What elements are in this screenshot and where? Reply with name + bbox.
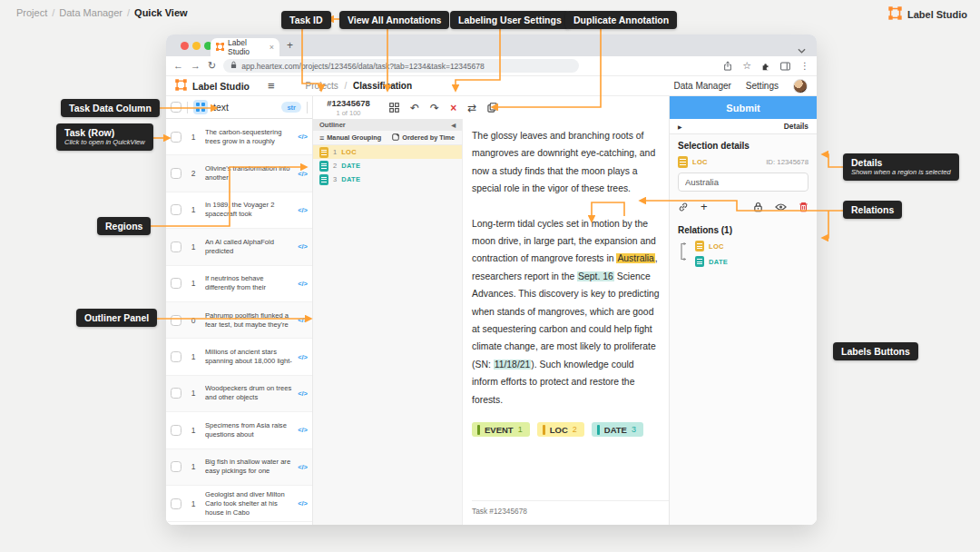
selected-region-row[interactable]: LOC ID: 12345678 [678,156,808,168]
selection-details-title: Selection details [678,141,808,151]
reload-icon[interactable]: ↻ [208,61,216,71]
breadcrumb-project[interactable]: Project [16,7,47,18]
table-row[interactable]: 1Woodpeckers drum on trees and other obj… [166,376,312,412]
label-button-event[interactable]: EVENT1 [472,422,530,437]
task-id-display: #12345678 1 of 100 [313,98,384,117]
table-row[interactable]: 1Millions of ancient stars spanning abou… [166,339,312,375]
table-row[interactable]: 1In 1989, the Voyager 2 spacecraft took<… [166,192,312,229]
nav-settings[interactable]: Settings [746,81,779,91]
breadcrumb-quick-view: Quick View [134,7,188,18]
chevron-down-icon[interactable] [798,41,806,57]
row-checkbox[interactable] [171,278,181,289]
row-code-icon[interactable]: </> [293,316,308,324]
browser-titlebar: Label Studio × + [166,34,817,56]
expand-details-icon[interactable]: ▶ [678,123,682,130]
forward-icon[interactable]: → [191,61,201,71]
annotated-region-date[interactable]: 11/18/21 [494,360,532,370]
collapse-panel-icon[interactable]: ◀ [451,122,456,128]
minimize-window-button[interactable] [192,42,201,50]
label-name: EVENT [485,425,514,435]
kebab-menu-icon[interactable]: ⋮ [800,61,809,71]
select-all-checkbox[interactable] [171,102,181,113]
row-code-icon[interactable]: </> [293,463,308,471]
table-row[interactable]: 1The carbon-sequestering trees grow in a… [166,119,312,155]
annotated-region-loc[interactable]: Australia [616,253,654,263]
outliner-region[interactable]: 3DATE [313,172,462,186]
row-checkbox[interactable] [171,168,181,179]
hamburger-menu-icon[interactable]: ≡ [268,79,275,93]
label-name: LOC [550,425,568,435]
row-checkbox[interactable] [171,351,181,362]
row-checkbox[interactable] [171,498,181,509]
row-code-icon[interactable]: </> [293,206,308,214]
delete-trash-icon[interactable] [799,202,808,212]
relation-to[interactable]: DATE [695,256,728,267]
row-code-icon[interactable]: </> [293,133,308,141]
url-field[interactable]: app.heartex.com/projects/123456/data/tas… [223,59,579,73]
app-breadcrumb-projects[interactable]: Projects [306,81,338,91]
link-icon[interactable] [678,202,689,212]
row-code-icon[interactable]: </> [293,389,308,398]
table-row[interactable]: 1Geologist and diver Milton Carlo took s… [166,486,312,522]
undo-icon[interactable]: ↶ [410,103,419,113]
table-row[interactable]: 0Pahrump poolfish flunked a fear test, b… [166,302,312,339]
grouping-selector[interactable]: ≡Manual Grouping [319,133,381,143]
submit-button[interactable]: Submit [670,96,817,119]
row-code-icon[interactable]: </> [293,426,308,434]
task-data-column-icon[interactable] [193,100,208,114]
table-row[interactable]: 1If neutrinos behave differently from th… [166,266,312,302]
row-code-icon[interactable]: </> [293,242,308,251]
outliner-region[interactable]: 1LOC [313,145,462,159]
add-icon[interactable]: + [701,200,708,213]
app-brand[interactable]: Label Studio [175,79,250,93]
visibility-eye-icon[interactable] [775,202,787,212]
row-checkbox[interactable] [171,425,181,436]
label-button-loc[interactable]: LOC2 [537,422,584,437]
row-annotation-count: 1 [181,499,205,508]
row-checkbox[interactable] [171,388,181,399]
tab-close-icon[interactable]: × [270,43,274,52]
table-row[interactable]: 1Specimens from Asia raise questions abo… [166,412,312,448]
row-checkbox[interactable] [171,204,181,215]
table-row[interactable]: 2Olivine's transformation into another</… [166,155,312,192]
table-row[interactable]: 1Big fish in shallow water are easy pick… [166,449,312,486]
row-checkbox[interactable] [171,132,181,143]
view-all-annotations-icon[interactable] [389,103,399,113]
row-code-icon[interactable]: </> [293,499,308,508]
reset-icon[interactable]: × [450,103,456,113]
label-studio-logo-icon [175,79,187,93]
label-button-date[interactable]: DATE3 [592,422,643,437]
avatar[interactable] [793,79,808,94]
row-annotation-count: 1 [181,352,205,361]
outliner-region[interactable]: 2DATE [313,159,462,172]
lock-icon[interactable] [753,202,763,212]
row-code-icon[interactable]: </> [293,280,308,288]
row-checkbox[interactable] [171,461,181,472]
duplicate-annotation-icon[interactable] [487,103,497,113]
breadcrumb-data-manager[interactable]: Data Manager [59,7,122,18]
annotated-region-date[interactable]: Sept. 16 [577,271,614,281]
row-checkbox[interactable] [171,242,181,252]
new-tab-button[interactable]: + [287,39,293,52]
browser-tab[interactable]: Label Studio × [211,38,279,56]
region-text-input[interactable] [678,172,808,192]
row-code-icon[interactable]: </> [293,170,308,178]
column-name[interactable]: text [213,102,229,113]
ordering-selector[interactable]: Ordered by Time [392,133,455,143]
row-text-snippet: Specimens from Asia raise questions abou… [205,421,293,439]
table-row[interactable]: 1An AI called AlphaFold predicted</> [166,229,312,265]
share-icon[interactable] [723,58,732,74]
relation-from[interactable]: LOC [695,241,728,251]
nav-data-manager[interactable]: Data Manager [673,81,730,91]
redo-icon[interactable]: ↷ [430,103,439,113]
row-annotation-count: 1 [181,205,205,214]
browser-window: Label Studio × + ← → ↻ app.heartex.com/p… [166,34,817,525]
extensions-icon[interactable] [761,58,770,74]
sidebar-icon[interactable] [780,58,790,74]
bookmark-star-icon[interactable]: ☆ [742,60,751,72]
row-checkbox[interactable] [171,315,181,326]
close-window-button[interactable] [181,42,189,50]
row-code-icon[interactable]: </> [293,353,308,361]
back-icon[interactable]: ← [173,61,183,71]
labeling-settings-icon[interactable]: ⇄ [467,103,476,113]
